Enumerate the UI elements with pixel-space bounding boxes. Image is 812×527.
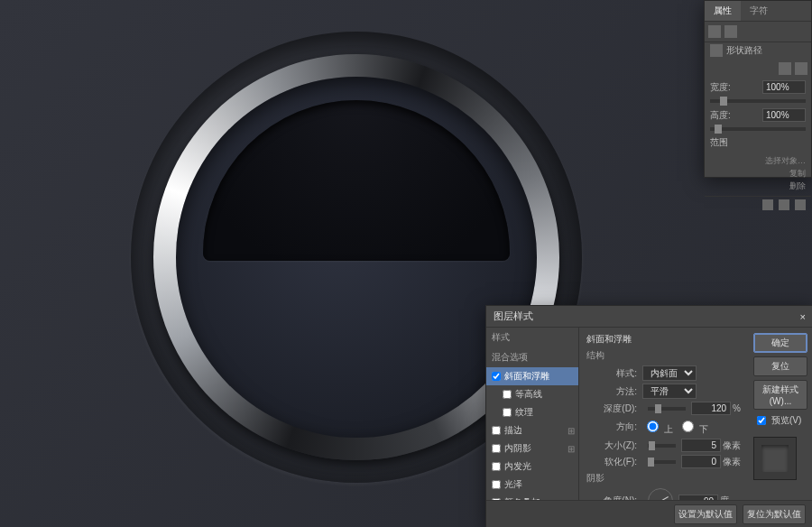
style-item-label: 描边	[504, 424, 522, 437]
dir-up[interactable]: 上	[642, 418, 673, 436]
link-select[interactable]: 选择对象…	[710, 154, 806, 167]
tab-properties[interactable]: 属性	[705, 1, 741, 21]
tab-character[interactable]: 字符	[741, 1, 777, 21]
link-icon[interactable]	[779, 62, 791, 75]
inner-circle	[176, 77, 537, 438]
new-style-button[interactable]: 新建样式(W)...	[753, 380, 807, 410]
height-input[interactable]	[762, 108, 806, 122]
plus-icon[interactable]: ⊞	[567, 426, 575, 436]
style-item-label: 内发光	[504, 460, 531, 473]
technique-select[interactable]: 平滑	[642, 384, 697, 399]
soften-label: 软化(F):	[586, 456, 637, 468]
styles-list: 样式 混合选项 斜面和浮雕等高线纹理描边⊞内阴影⊞内发光光泽颜色叠加⊞渐变叠加⊞…	[486, 328, 579, 526]
size-label: 大小(Z):	[586, 439, 637, 452]
unlink-icon[interactable]	[795, 62, 807, 75]
structure-label: 结构	[586, 349, 741, 362]
layer-style-dialog: 图层样式 × 样式 混合选项 斜面和浮雕等高线纹理描边⊞内阴影⊞内发光光泽颜色叠…	[485, 305, 812, 527]
style-checkbox[interactable]	[503, 390, 512, 399]
style-checkbox[interactable]	[503, 408, 512, 417]
depth-input[interactable]	[691, 402, 731, 415]
shape-icon[interactable]	[708, 25, 721, 38]
section-title: 斜面和浮雕	[586, 333, 741, 346]
style-item-4[interactable]: 内阴影⊞	[486, 439, 578, 458]
dialog-bottombar: 设置为默认值 复位为默认值	[486, 500, 812, 527]
range-label: 范围	[710, 136, 728, 149]
depth-label: 深度(D):	[586, 402, 637, 415]
direction-label: 方向:	[586, 421, 637, 433]
dark-half-shape	[203, 100, 510, 261]
width-row: 宽度:	[705, 79, 811, 96]
soften-input[interactable]	[681, 455, 721, 468]
style-item-label: 光泽	[504, 478, 522, 491]
close-icon[interactable]: ×	[800, 311, 806, 322]
style-item-6[interactable]: 光泽	[486, 476, 578, 494]
prop-bottom-icons	[705, 196, 811, 213]
soften-slider[interactable]	[648, 460, 676, 464]
style-select[interactable]: 内斜面	[642, 365, 697, 381]
preview-check[interactable]: 预览(V)	[753, 413, 807, 428]
dialog-buttons: 确定 复位 新建样式(W)... 预览(V)	[748, 328, 812, 526]
ok-button[interactable]: 确定	[753, 333, 807, 353]
style-checkbox[interactable]	[492, 444, 501, 453]
blend-options[interactable]: 混合选项	[486, 347, 578, 367]
style-checkbox[interactable]	[492, 426, 501, 435]
dialog-titlebar: 图层样式 ×	[486, 306, 812, 328]
mask-path-row: 形状路径	[705, 42, 811, 59]
properties-panel: 属性 字符 形状路径 宽度: 高度: 范围 选择对象… 复制 删除	[704, 0, 812, 178]
style-settings: 斜面和浮雕 结构 样式:内斜面 方法:平滑 深度(D):% 方向: 上 下 大小…	[579, 328, 748, 526]
technique-label: 方法:	[586, 385, 637, 398]
width-label: 宽度:	[710, 81, 731, 94]
trash-icon[interactable]	[795, 199, 806, 210]
style-item-1[interactable]: 等高线	[486, 385, 578, 403]
height-row: 高度:	[705, 106, 811, 124]
size-input[interactable]	[681, 439, 721, 452]
style-checkbox[interactable]	[492, 462, 501, 471]
style-item-label: 等高线	[515, 388, 542, 401]
dir-down[interactable]: 下	[678, 418, 708, 436]
height-slider[interactable]	[710, 127, 806, 131]
width-slider[interactable]	[710, 99, 806, 103]
style-item-label: 纹理	[515, 406, 533, 419]
depth-unit: %	[733, 403, 741, 413]
reset-default-button[interactable]: 复位为默认值	[743, 504, 806, 524]
prop-links: 选择对象… 复制 删除	[705, 151, 811, 196]
style-checkbox[interactable]	[492, 480, 501, 489]
style-item-label: 斜面和浮雕	[504, 370, 549, 383]
prop-icon-row	[705, 22, 811, 42]
style-item-0[interactable]: 斜面和浮雕	[486, 367, 578, 385]
width-input[interactable]	[762, 80, 806, 94]
properties-tabs: 属性 字符	[705, 1, 811, 22]
dialog-title: 图层样式	[494, 310, 533, 323]
size-slider[interactable]	[648, 444, 676, 448]
style-label: 样式:	[586, 367, 637, 380]
style-checkbox[interactable]	[492, 372, 501, 381]
link-delete[interactable]: 删除	[710, 180, 806, 192]
path-icon	[710, 44, 723, 57]
mask-path-label: 形状路径	[726, 44, 762, 57]
style-item-2[interactable]: 纹理	[486, 403, 578, 421]
style-item-3[interactable]: 描边⊞	[486, 421, 578, 439]
height-label: 高度:	[710, 109, 731, 122]
set-default-button[interactable]: 设置为默认值	[674, 504, 737, 524]
shading-label: 阴影	[586, 472, 741, 485]
link-copy[interactable]: 复制	[710, 167, 806, 180]
plus-icon[interactable]: ⊞	[567, 444, 575, 454]
target-icon[interactable]	[762, 199, 773, 210]
style-item-5[interactable]: 内发光	[486, 458, 578, 476]
link-icons	[705, 59, 811, 79]
mask-icon[interactable]	[724, 25, 737, 38]
cancel-button[interactable]: 复位	[753, 356, 807, 376]
soften-unit: 像素	[723, 456, 741, 468]
size-unit: 像素	[723, 439, 741, 452]
preview-thumb	[753, 437, 797, 480]
eye-icon[interactable]	[779, 199, 789, 210]
range-row: 范围	[705, 134, 811, 151]
style-item-label: 内阴影	[504, 442, 531, 455]
styles-header: 样式	[486, 328, 578, 347]
depth-slider[interactable]	[648, 407, 686, 411]
